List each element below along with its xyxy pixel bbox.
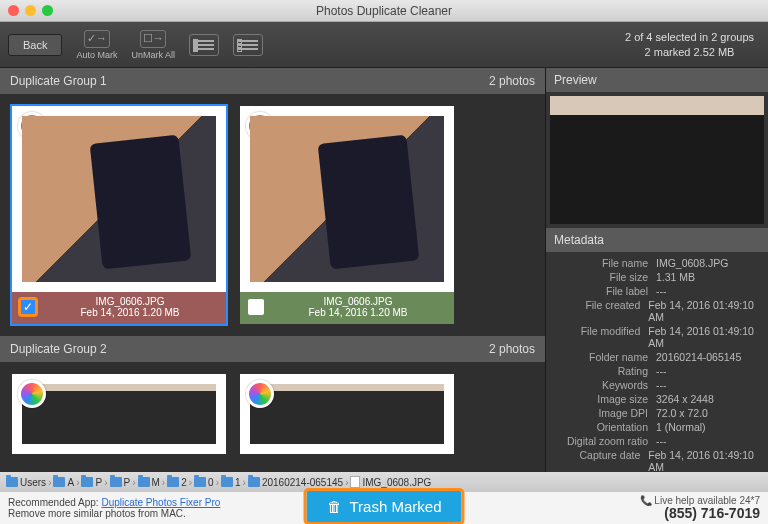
group-title: Duplicate Group 1 [10, 74, 107, 88]
right-panel: Preview Metadata File nameIMG_0608.JPGFi… [546, 68, 768, 472]
automark-button[interactable]: ✓→ Auto Mark [76, 30, 117, 60]
list-view-button[interactable] [233, 34, 263, 56]
crumb-item[interactable]: P [110, 477, 131, 488]
crumb-label: M [152, 477, 160, 488]
crumb-item[interactable]: IMG_0608.JPG [350, 476, 431, 488]
group-count: 2 photos [489, 342, 535, 356]
meta-value: --- [656, 365, 667, 377]
chevron-right-icon: › [243, 477, 246, 488]
photo-card[interactable] [238, 372, 456, 456]
meta-row: Digital zoom ratio--- [552, 434, 762, 448]
minimize-icon[interactable] [25, 5, 36, 16]
folder-icon [6, 477, 18, 487]
meta-value: --- [656, 379, 667, 391]
crumb-label: P [95, 477, 102, 488]
folder-icon [110, 477, 122, 487]
meta-row: Image size3264 x 2448 [552, 392, 762, 406]
folder-icon [53, 477, 65, 487]
crumb-item[interactable]: A [53, 477, 74, 488]
preview-image [550, 96, 764, 224]
meta-key: File created [552, 299, 640, 323]
folder-icon [194, 477, 206, 487]
card-footer: IMG_0606.JPG Feb 14, 2016 1.20 MB [240, 292, 454, 324]
rec-sub: Remove more similar photos from MAC. [8, 508, 186, 519]
meta-value: --- [656, 285, 667, 297]
trash-label: Trash Marked [350, 498, 442, 515]
group-header[interactable]: Duplicate Group 1 2 photos [0, 68, 545, 94]
photo-thumbnail [240, 374, 454, 454]
crumb-label: IMG_0608.JPG [362, 477, 431, 488]
meta-value: 20160214-065145 [656, 351, 741, 363]
meta-value: IMG_0608.JPG [656, 257, 728, 269]
unmarkall-icon: ☐→ [140, 30, 166, 48]
crumb-item[interactable]: 2 [167, 477, 187, 488]
mark-checkbox[interactable]: ✓ [20, 299, 36, 315]
meta-key: File name [552, 257, 648, 269]
photo-card[interactable]: IMG_0606.JPG Feb 14, 2016 1.20 MB [238, 104, 456, 326]
rec-link[interactable]: Duplicate Photos Fixer Pro [101, 497, 220, 508]
meta-row: Keywords--- [552, 378, 762, 392]
meta-key: Keywords [552, 379, 648, 391]
crumb-label: 1 [235, 477, 241, 488]
meta-key: File size [552, 271, 648, 283]
meta-value: 72.0 x 72.0 [656, 407, 708, 419]
photo-thumbnail [240, 106, 454, 292]
zoom-icon[interactable] [42, 5, 53, 16]
chevron-right-icon: › [216, 477, 219, 488]
meta-value: Feb 14, 2016 01:49:10 AM [648, 449, 762, 472]
trash-marked-button[interactable]: 🗑 Trash Marked [307, 491, 462, 522]
automark-icon: ✓→ [84, 30, 110, 48]
meta-row: File createdFeb 14, 2016 01:49:10 AM [552, 298, 762, 324]
chevron-right-icon: › [189, 477, 192, 488]
meta-value: 3264 x 2448 [656, 393, 714, 405]
back-button[interactable]: Back [8, 34, 62, 56]
preview-header: Preview [546, 68, 768, 92]
rec-label: Recommended App: [8, 497, 99, 508]
meta-value: 1.31 MB [656, 271, 695, 283]
crumb-item[interactable]: Users [6, 477, 46, 488]
crumb-item[interactable]: 20160214-065145 [248, 477, 343, 488]
folder-icon [167, 477, 179, 487]
close-icon[interactable] [8, 5, 19, 16]
card-footer: ✓ IMG_0606.JPG Feb 14, 2016 1.20 MB [12, 292, 226, 324]
meta-value: 1 (Normal) [656, 421, 706, 433]
photo-name: IMG_0606.JPG [324, 296, 393, 307]
meta-row: Image DPI72.0 x 72.0 [552, 406, 762, 420]
crumb-item[interactable]: M [138, 477, 160, 488]
meta-row: File size1.31 MB [552, 270, 762, 284]
list-view-checked-button[interactable] [189, 34, 219, 56]
meta-key: Capture date [552, 449, 640, 472]
toolbar: Back ✓→ Auto Mark ☐→ UnMark All 2 of 4 s… [0, 22, 768, 68]
meta-value: Feb 14, 2016 01:49:10 AM [648, 325, 762, 349]
photo-card[interactable] [10, 372, 228, 456]
phone-number[interactable]: (855) 716-7019 [640, 506, 760, 521]
breadcrumb[interactable]: Users› A› P› P› M› 2› 0› 1› 20160214-065… [0, 472, 768, 492]
phone-icon: 📞 [640, 495, 652, 506]
crumb-label: A [67, 477, 74, 488]
crumb-item[interactable]: 1 [221, 477, 241, 488]
photo-card[interactable]: ✓ IMG_0606.JPG Feb 14, 2016 1.20 MB [10, 104, 228, 326]
meta-key: Orientation [552, 421, 648, 433]
photo-thumbnail [12, 374, 226, 454]
chevron-right-icon: › [162, 477, 165, 488]
groups-panel: Duplicate Group 1 2 photos ✓ IMG_0606.JP… [0, 68, 546, 472]
metadata-list: File nameIMG_0608.JPGFile size1.31 MBFil… [546, 252, 768, 472]
crumb-label: 2 [181, 477, 187, 488]
live-help: 📞 Live help available 24*7 (855) 716-701… [640, 495, 760, 521]
meta-key: Image DPI [552, 407, 648, 419]
folder-icon [138, 477, 150, 487]
group-header[interactable]: Duplicate Group 2 2 photos [0, 336, 545, 362]
meta-key: File modified [552, 325, 640, 349]
photo-thumbnail [12, 106, 226, 292]
crumb-item[interactable]: P [81, 477, 102, 488]
footer: Recommended App: Duplicate Photos Fixer … [0, 492, 768, 524]
titlebar: Photos Duplicate Cleaner [0, 0, 768, 22]
crumb-item[interactable]: 0 [194, 477, 214, 488]
crumb-label: P [124, 477, 131, 488]
automark-label: Auto Mark [76, 50, 117, 60]
mark-checkbox[interactable] [248, 299, 264, 315]
window-title: Photos Duplicate Cleaner [0, 4, 768, 18]
list-checked-icon [189, 34, 219, 56]
unmarkall-button[interactable]: ☐→ UnMark All [131, 30, 175, 60]
crumb-label: Users [20, 477, 46, 488]
